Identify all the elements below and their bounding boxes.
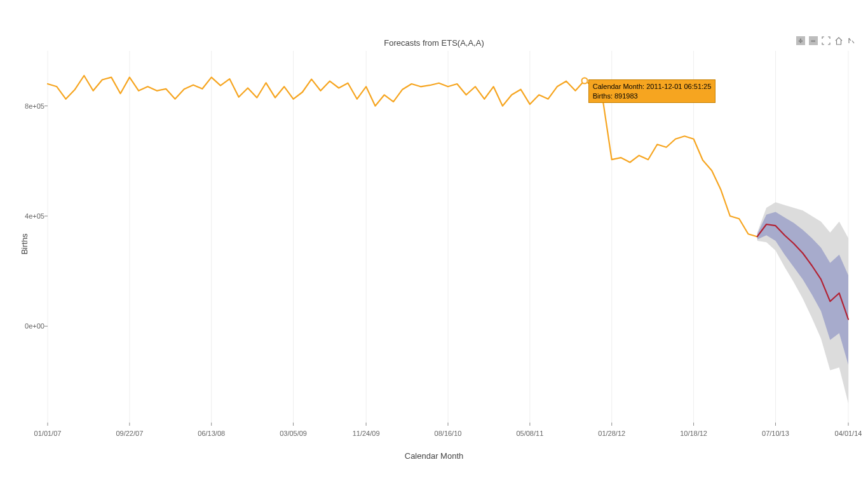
axes-ticks: [44, 106, 848, 426]
svg-text:−: −: [811, 37, 815, 44]
x-tick-label: 09/22/07: [116, 430, 143, 437]
x-tick-label: 07/10/13: [762, 430, 789, 437]
x-tick-label: 11/24/09: [353, 430, 380, 437]
tooltip: Calendar Month: 2011-12-01 06:51:25 Birt…: [588, 79, 716, 104]
format-button[interactable]: [846, 36, 857, 46]
hover-marker: [581, 77, 588, 84]
confidence-bands: [757, 202, 848, 403]
svg-text:+: +: [799, 37, 803, 44]
x-tick-label: 01/01/07: [34, 430, 62, 437]
plot-area[interactable]: [48, 51, 848, 423]
x-tick-label: 03/05/09: [280, 430, 307, 437]
x-axis-label: Calendar Month: [0, 451, 868, 461]
y-tick-label: 8e+05: [19, 102, 44, 110]
chart-toolbar: + −: [796, 36, 857, 46]
zoom-in-button[interactable]: +: [796, 36, 806, 46]
y-axis-label: Births: [20, 233, 29, 254]
x-tick-label: 08/16/10: [435, 430, 462, 437]
zoom-out-button[interactable]: −: [808, 36, 818, 46]
x-tick-label: 05/08/11: [516, 430, 543, 437]
x-tick-label: 04/01/14: [835, 430, 862, 437]
x-tick-label: 01/28/12: [598, 430, 625, 437]
home-button[interactable]: [834, 36, 844, 46]
y-tick-label: 4e+05: [19, 212, 44, 220]
chart-container: Forecasts from ETS(A,A,A) + − Births Cal…: [0, 0, 868, 488]
chart-title: Forecasts from ETS(A,A,A): [0, 38, 868, 48]
x-tick-label: 06/13/08: [198, 430, 225, 437]
tooltip-line-1: Calendar Month: 2011-12-01 06:51:25: [593, 82, 712, 92]
y-tick-label: 0e+00: [19, 322, 44, 330]
x-tick-label: 10/18/12: [680, 430, 707, 437]
plot-svg: [48, 51, 848, 423]
fullscreen-button[interactable]: [821, 36, 831, 46]
gridlines: [48, 51, 848, 423]
tooltip-line-2: Births: 891983: [593, 92, 712, 101]
